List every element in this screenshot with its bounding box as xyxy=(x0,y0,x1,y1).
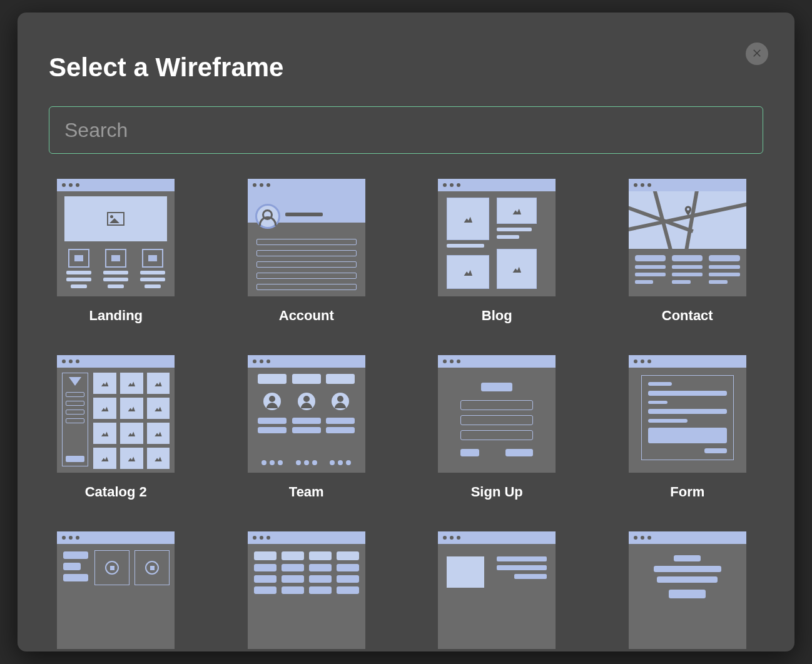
wireframe-grid-scroll[interactable]: Landing Account xyxy=(49,179,763,651)
close-icon xyxy=(751,47,763,61)
wireframe-thumbnail xyxy=(438,179,556,296)
wireframe-thumbnail xyxy=(438,355,556,473)
wireframe-card-blog[interactable]: Blog xyxy=(430,179,564,324)
person-icon xyxy=(332,393,349,410)
filter-icon xyxy=(69,377,81,386)
wireframe-thumbnail xyxy=(629,179,746,296)
person-icon xyxy=(263,393,281,410)
wireframe-card-extra-4[interactable] xyxy=(621,531,755,649)
wireframe-thumbnail xyxy=(57,531,175,649)
wireframe-thumbnail xyxy=(629,531,746,649)
wireframe-card-contact[interactable]: Contact xyxy=(621,179,755,324)
wireframe-card-extra-3[interactable] xyxy=(430,531,564,649)
wireframe-thumbnail xyxy=(248,179,365,296)
wireframe-label: Catalog 2 xyxy=(85,484,147,500)
wireframe-card-team[interactable]: Team xyxy=(240,355,374,500)
wireframe-label: Blog xyxy=(482,308,512,324)
wireframe-card-extra-2[interactable] xyxy=(240,531,374,649)
wireframe-card-landing[interactable]: Landing xyxy=(49,179,183,324)
wireframe-label: Form xyxy=(670,484,704,500)
wireframe-card-extra-1[interactable] xyxy=(49,531,183,649)
avatar-icon xyxy=(255,204,280,229)
map-pin-icon xyxy=(683,203,694,219)
search-input[interactable] xyxy=(49,106,763,154)
wireframe-selector-modal: Select a Wireframe Landing xyxy=(18,13,794,651)
wireframe-card-catalog2[interactable]: Catalog 2 xyxy=(49,355,183,500)
wireframe-thumbnail xyxy=(57,179,175,296)
wireframe-label: Sign Up xyxy=(471,484,523,500)
wireframe-card-account[interactable]: Account xyxy=(240,179,374,324)
modal-title: Select a Wireframe xyxy=(49,53,763,83)
wireframe-label: Account xyxy=(279,308,334,324)
wireframe-thumbnail xyxy=(57,355,175,473)
wireframe-label: Contact xyxy=(662,308,713,324)
close-button[interactable] xyxy=(746,43,768,65)
person-icon xyxy=(298,393,315,410)
wireframe-label: Team xyxy=(289,484,324,500)
wireframe-thumbnail xyxy=(248,355,365,473)
wireframe-thumbnail xyxy=(438,531,556,649)
wireframe-card-signup[interactable]: Sign Up xyxy=(430,355,564,500)
wireframe-card-form[interactable]: Form xyxy=(621,355,755,500)
wireframe-grid: Landing Account xyxy=(49,179,754,651)
image-icon xyxy=(107,212,124,226)
wireframe-label: Landing xyxy=(89,308,143,324)
wireframe-thumbnail xyxy=(248,531,365,649)
wireframe-thumbnail xyxy=(629,355,746,473)
